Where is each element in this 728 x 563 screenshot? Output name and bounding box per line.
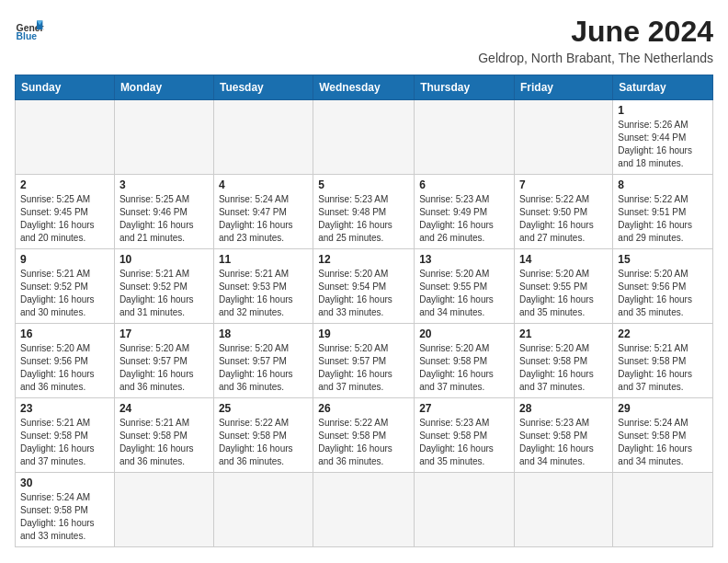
calendar-cell: 27Sunrise: 5:23 AM Sunset: 9:58 PM Dayli…: [415, 398, 515, 473]
day-number: 20: [419, 327, 509, 340]
day-info: Sunrise: 5:21 AM Sunset: 9:58 PM Dayligh…: [618, 342, 708, 394]
day-info: Sunrise: 5:20 AM Sunset: 9:58 PM Dayligh…: [519, 342, 608, 394]
calendar-cell: [415, 473, 515, 547]
weekday-header-friday: Friday: [515, 75, 613, 100]
day-info: Sunrise: 5:25 AM Sunset: 9:45 PM Dayligh…: [20, 193, 109, 245]
day-info: Sunrise: 5:21 AM Sunset: 9:53 PM Dayligh…: [219, 268, 308, 319]
day-info: Sunrise: 5:24 AM Sunset: 9:58 PM Dayligh…: [618, 417, 708, 468]
day-number: 29: [618, 402, 708, 415]
title-block: June 2024 Geldrop, North Brabant, The Ne…: [478, 15, 713, 65]
day-number: 18: [219, 327, 308, 340]
calendar-cell: 7Sunrise: 5:22 AM Sunset: 9:50 PM Daylig…: [515, 175, 613, 249]
day-number: 23: [20, 402, 109, 415]
calendar-cell: 29Sunrise: 5:24 AM Sunset: 9:58 PM Dayli…: [613, 398, 713, 473]
day-number: 2: [20, 178, 109, 191]
day-info: Sunrise: 5:26 AM Sunset: 9:44 PM Dayligh…: [618, 119, 708, 170]
day-info: Sunrise: 5:20 AM Sunset: 9:56 PM Dayligh…: [618, 268, 708, 319]
day-number: 16: [20, 327, 109, 340]
logo: General Blue: [15, 15, 44, 44]
day-info: Sunrise: 5:21 AM Sunset: 9:52 PM Dayligh…: [20, 268, 109, 319]
calendar-week-row: 23Sunrise: 5:21 AM Sunset: 9:58 PM Dayli…: [16, 398, 713, 473]
calendar-cell: [613, 473, 713, 547]
day-info: Sunrise: 5:20 AM Sunset: 9:55 PM Dayligh…: [419, 268, 509, 319]
calendar-week-row: 30Sunrise: 5:24 AM Sunset: 9:58 PM Dayli…: [16, 473, 713, 547]
day-number: 8: [618, 178, 708, 191]
calendar-cell: [515, 100, 613, 175]
calendar-cell: 19Sunrise: 5:20 AM Sunset: 9:57 PM Dayli…: [313, 324, 415, 398]
calendar-cell: [114, 473, 213, 547]
day-number: 14: [519, 253, 608, 266]
day-number: 15: [618, 253, 708, 266]
calendar-cell: 12Sunrise: 5:20 AM Sunset: 9:54 PM Dayli…: [313, 249, 415, 324]
day-info: Sunrise: 5:20 AM Sunset: 9:57 PM Dayligh…: [219, 342, 308, 394]
calendar-cell: [415, 100, 515, 175]
calendar-cell: [515, 473, 613, 547]
day-info: Sunrise: 5:20 AM Sunset: 9:57 PM Dayligh…: [318, 342, 409, 394]
calendar-cell: 21Sunrise: 5:20 AM Sunset: 9:58 PM Dayli…: [515, 324, 613, 398]
month-year-title: June 2024: [478, 15, 713, 49]
calendar-cell: 1Sunrise: 5:26 AM Sunset: 9:44 PM Daylig…: [613, 100, 713, 175]
day-number: 24: [119, 402, 209, 415]
day-number: 10: [119, 253, 209, 266]
calendar-week-row: 2Sunrise: 5:25 AM Sunset: 9:45 PM Daylig…: [16, 175, 713, 249]
calendar-cell: 5Sunrise: 5:23 AM Sunset: 9:48 PM Daylig…: [313, 175, 415, 249]
day-info: Sunrise: 5:24 AM Sunset: 9:58 PM Dayligh…: [20, 491, 109, 543]
calendar-cell: 2Sunrise: 5:25 AM Sunset: 9:45 PM Daylig…: [16, 175, 115, 249]
calendar-cell: [213, 100, 313, 175]
calendar-cell: [213, 473, 313, 547]
day-number: 11: [219, 253, 308, 266]
day-number: 26: [318, 402, 409, 415]
day-number: 22: [618, 327, 708, 340]
day-info: Sunrise: 5:20 AM Sunset: 9:55 PM Dayligh…: [519, 268, 608, 319]
calendar-cell: 3Sunrise: 5:25 AM Sunset: 9:46 PM Daylig…: [114, 175, 213, 249]
calendar-week-row: 9Sunrise: 5:21 AM Sunset: 9:52 PM Daylig…: [16, 249, 713, 324]
day-info: Sunrise: 5:20 AM Sunset: 9:58 PM Dayligh…: [419, 342, 509, 394]
weekday-header-wednesday: Wednesday: [313, 75, 415, 100]
calendar-cell: 6Sunrise: 5:23 AM Sunset: 9:49 PM Daylig…: [415, 175, 515, 249]
calendar-cell: 20Sunrise: 5:20 AM Sunset: 9:58 PM Dayli…: [415, 324, 515, 398]
day-info: Sunrise: 5:22 AM Sunset: 9:50 PM Dayligh…: [519, 193, 608, 245]
calendar-cell: [313, 100, 415, 175]
calendar-cell: 8Sunrise: 5:22 AM Sunset: 9:51 PM Daylig…: [613, 175, 713, 249]
calendar-cell: [313, 473, 415, 547]
day-number: 17: [119, 327, 209, 340]
weekday-header-row: SundayMondayTuesdayWednesdayThursdayFrid…: [16, 75, 713, 100]
weekday-header-tuesday: Tuesday: [213, 75, 313, 100]
calendar-cell: 15Sunrise: 5:20 AM Sunset: 9:56 PM Dayli…: [613, 249, 713, 324]
calendar-cell: 26Sunrise: 5:22 AM Sunset: 9:58 PM Dayli…: [313, 398, 415, 473]
weekday-header-saturday: Saturday: [613, 75, 713, 100]
calendar-cell: [16, 100, 115, 175]
day-number: 9: [20, 253, 109, 266]
day-info: Sunrise: 5:23 AM Sunset: 9:49 PM Dayligh…: [419, 193, 509, 245]
day-info: Sunrise: 5:20 AM Sunset: 9:54 PM Dayligh…: [318, 268, 409, 319]
calendar-cell: [114, 100, 213, 175]
day-info: Sunrise: 5:21 AM Sunset: 9:52 PM Dayligh…: [119, 268, 209, 319]
day-number: 25: [219, 402, 308, 415]
calendar-cell: 10Sunrise: 5:21 AM Sunset: 9:52 PM Dayli…: [114, 249, 213, 324]
day-number: 19: [318, 327, 409, 340]
day-info: Sunrise: 5:21 AM Sunset: 9:58 PM Dayligh…: [20, 417, 109, 468]
weekday-header-monday: Monday: [114, 75, 213, 100]
day-info: Sunrise: 5:24 AM Sunset: 9:47 PM Dayligh…: [219, 193, 308, 245]
calendar-cell: 30Sunrise: 5:24 AM Sunset: 9:58 PM Dayli…: [16, 473, 115, 547]
day-info: Sunrise: 5:20 AM Sunset: 9:56 PM Dayligh…: [20, 342, 109, 394]
day-info: Sunrise: 5:23 AM Sunset: 9:48 PM Dayligh…: [318, 193, 409, 245]
calendar-cell: 22Sunrise: 5:21 AM Sunset: 9:58 PM Dayli…: [613, 324, 713, 398]
day-number: 4: [219, 178, 308, 191]
calendar-cell: 25Sunrise: 5:22 AM Sunset: 9:58 PM Dayli…: [213, 398, 313, 473]
calendar-cell: 23Sunrise: 5:21 AM Sunset: 9:58 PM Dayli…: [16, 398, 115, 473]
calendar-cell: 28Sunrise: 5:23 AM Sunset: 9:58 PM Dayli…: [515, 398, 613, 473]
day-number: 13: [419, 253, 509, 266]
day-info: Sunrise: 5:25 AM Sunset: 9:46 PM Dayligh…: [119, 193, 209, 245]
day-number: 5: [318, 178, 409, 191]
calendar-cell: 18Sunrise: 5:20 AM Sunset: 9:57 PM Dayli…: [213, 324, 313, 398]
day-info: Sunrise: 5:23 AM Sunset: 9:58 PM Dayligh…: [419, 417, 509, 468]
day-info: Sunrise: 5:20 AM Sunset: 9:57 PM Dayligh…: [119, 342, 209, 394]
calendar-week-row: 1Sunrise: 5:26 AM Sunset: 9:44 PM Daylig…: [16, 100, 713, 175]
calendar-cell: 17Sunrise: 5:20 AM Sunset: 9:57 PM Dayli…: [114, 324, 213, 398]
day-info: Sunrise: 5:21 AM Sunset: 9:58 PM Dayligh…: [119, 417, 209, 468]
day-info: Sunrise: 5:22 AM Sunset: 9:58 PM Dayligh…: [219, 417, 308, 468]
calendar-cell: 14Sunrise: 5:20 AM Sunset: 9:55 PM Dayli…: [515, 249, 613, 324]
calendar-cell: 13Sunrise: 5:20 AM Sunset: 9:55 PM Dayli…: [415, 249, 515, 324]
location-subtitle: Geldrop, North Brabant, The Netherlands: [478, 51, 713, 65]
